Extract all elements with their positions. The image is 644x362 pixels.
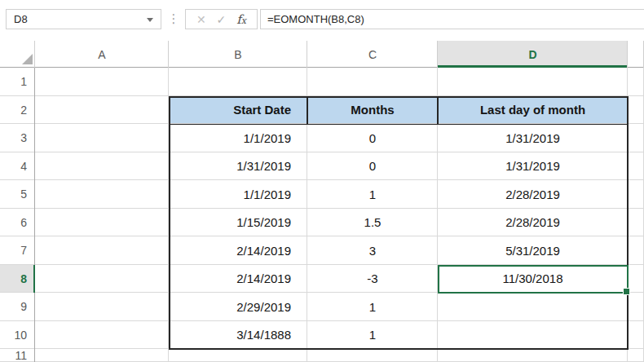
formula-bar-separator-dots: ⋮ [167, 8, 180, 29]
enter-icon[interactable]: ✓ [217, 13, 227, 26]
cell-e9[interactable] [628, 293, 644, 321]
row-header-5[interactable]: 5 [0, 180, 35, 209]
cell-d7[interactable]: 5/31/2019 [438, 236, 628, 265]
cell-e11[interactable] [628, 349, 644, 362]
cell-d5[interactable]: 2/28/2019 [438, 180, 628, 209]
row-header-2[interactable]: 2 [0, 96, 35, 125]
cell-a6[interactable] [35, 209, 169, 237]
name-box-value: D8 [14, 13, 28, 25]
cell-d10[interactable] [438, 321, 628, 350]
column-header-partial[interactable] [628, 41, 644, 68]
row-header-10[interactable]: 10 [0, 321, 35, 350]
cell-c7[interactable]: 3 [307, 236, 438, 265]
cell-c1[interactable] [307, 68, 438, 96]
cell-d6[interactable]: 2/28/2019 [438, 209, 628, 237]
cell-a1[interactable] [35, 68, 169, 96]
fill-handle[interactable] [623, 288, 630, 295]
formula-input[interactable]: =EOMONTH(B8,C8) [260, 9, 644, 29]
insert-function-icon[interactable]: fx [236, 12, 246, 27]
cell-b7[interactable]: 2/14/2019 [169, 236, 307, 265]
formula-text: =EOMONTH(B8,C8) [267, 13, 364, 25]
cell-b11[interactable] [169, 349, 307, 362]
cell-b3[interactable]: 1/1/2019 [169, 124, 307, 152]
row-header-9[interactable]: 9 [0, 293, 35, 321]
row-header-11[interactable]: 11 [0, 349, 35, 362]
cell-a8[interactable] [35, 265, 169, 294]
cell-e2[interactable] [628, 96, 644, 125]
column-header-a[interactable]: A [35, 41, 169, 68]
cell-c2[interactable]: Months [307, 96, 438, 125]
formula-bar-buttons: ✕ ✓ fx [185, 9, 258, 29]
column-header-c[interactable]: C [307, 41, 438, 68]
cell-a2[interactable] [35, 96, 169, 125]
cell-e10[interactable] [628, 321, 644, 350]
row-header-8[interactable]: 8 [0, 265, 35, 294]
cell-b2[interactable]: Start Date [169, 96, 307, 125]
cell-d2[interactable]: Last day of month [438, 96, 628, 125]
cell-d1[interactable] [438, 68, 628, 96]
cell-a4[interactable] [35, 152, 169, 181]
cell-e7[interactable] [628, 236, 644, 265]
cell-a5[interactable] [35, 180, 169, 209]
cell-a3[interactable] [35, 124, 169, 152]
name-box[interactable]: D8 [6, 9, 161, 29]
cell-a10[interactable] [35, 321, 169, 350]
row-header-1[interactable]: 1 [0, 68, 35, 96]
cell-b5[interactable]: 1/1/2019 [169, 180, 307, 209]
cell-c6[interactable]: 1.5 [307, 209, 438, 237]
cell-e1[interactable] [628, 68, 644, 96]
cell-b4[interactable]: 1/31/2019 [169, 152, 307, 181]
cell-d11[interactable] [438, 349, 628, 362]
cell-c11[interactable] [307, 349, 438, 362]
cell-c9[interactable]: 1 [307, 293, 438, 321]
cell-a9[interactable] [35, 293, 169, 321]
cancel-icon[interactable]: ✕ [196, 13, 206, 26]
cell-a7[interactable] [35, 236, 169, 265]
cell-e3[interactable] [628, 124, 644, 152]
cell-d4[interactable]: 1/31/2019 [438, 152, 628, 181]
cell-b9[interactable]: 2/29/2019 [169, 293, 307, 321]
cell-e5[interactable] [628, 180, 644, 209]
cell-b1[interactable] [169, 68, 307, 96]
cell-d3[interactable]: 1/31/2019 [438, 124, 628, 152]
cell-b6[interactable]: 1/15/2019 [169, 209, 307, 237]
sheet-grid: A B C D 1 2 Start Date Months Last day o… [0, 41, 644, 362]
cell-e8[interactable] [628, 265, 644, 294]
row-header-7[interactable]: 7 [0, 236, 35, 265]
cell-d9[interactable] [438, 293, 628, 321]
cell-c4[interactable]: 0 [307, 152, 438, 181]
column-header-b[interactable]: B [169, 41, 307, 68]
cell-a11[interactable] [35, 349, 169, 362]
excel-window: D8 ⋮ ✕ ✓ fx =EOMONTH(B8,C8) A B C D 1 2 … [0, 0, 644, 362]
cell-c5[interactable]: 1 [307, 180, 438, 209]
cell-e4[interactable] [628, 152, 644, 181]
cell-c8[interactable]: -3 [307, 265, 438, 294]
row-header-3[interactable]: 3 [0, 124, 35, 152]
name-box-dropdown-icon[interactable] [147, 18, 153, 22]
cell-c10[interactable]: 1 [307, 321, 438, 350]
cell-c3[interactable]: 0 [307, 124, 438, 152]
row-header-6[interactable]: 6 [0, 209, 35, 237]
select-all-corner[interactable] [0, 41, 35, 68]
row-header-4[interactable]: 4 [0, 152, 35, 181]
cell-b10[interactable]: 3/14/1888 [169, 321, 307, 350]
cell-e6[interactable] [628, 209, 644, 237]
cell-b8[interactable]: 2/14/2019 [169, 265, 307, 294]
column-header-d[interactable]: D [438, 41, 628, 68]
cell-d8-active[interactable]: 11/30/2018 [438, 265, 628, 294]
